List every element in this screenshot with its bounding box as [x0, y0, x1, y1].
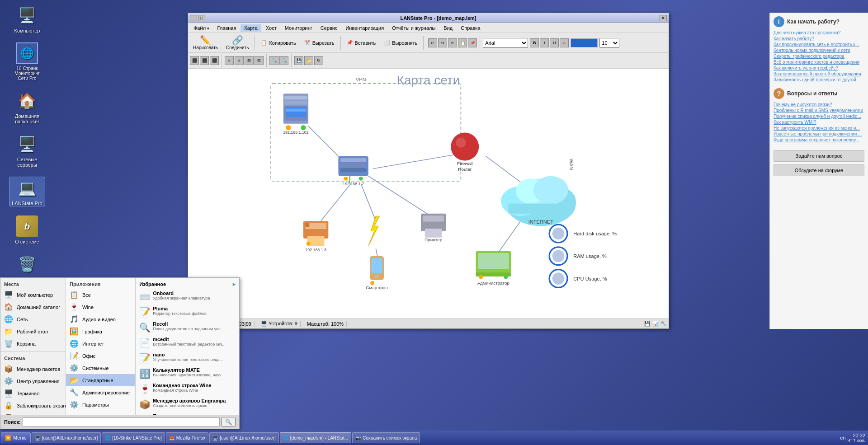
lang-indicator[interactable]: en	[840, 435, 845, 440]
menu-view[interactable]: Вид	[440, 24, 456, 32]
map-area[interactable]: Карта сети VPN WAN	[188, 69, 669, 319]
menu-home[interactable]: Главная	[214, 24, 240, 32]
open-button[interactable]: 📂	[304, 56, 313, 65]
qa-link-3[interactable]: Как настроить WMI?	[774, 119, 864, 125]
desktop-icon-lanstate-pro[interactable]: 💻 LANState Pro	[9, 177, 45, 206]
app-onboard[interactable]: ⌨️ Onboard Удобная экранная клавиатура	[136, 289, 239, 304]
align-button[interactable]: ⬜ Выровнять	[381, 38, 420, 47]
search-input[interactable]	[23, 417, 220, 426]
desktop-icon-computer[interactable]: 🖥️ Компьютер	[9, 5, 45, 33]
draw-button[interactable]: ✏️ Нарисовать	[190, 34, 221, 52]
places-computer[interactable]: 🖥️ Мой компьютер	[0, 289, 66, 301]
cat-system[interactable]: ⚙️ Системные	[66, 362, 135, 374]
menu-service[interactable]: Сервис	[317, 24, 341, 32]
favorites-arrow[interactable]: ➤	[232, 282, 236, 287]
bold-button[interactable]: B	[530, 38, 539, 47]
desktop-icon-home[interactable]: 🏠 Домашняя папка user	[9, 90, 45, 124]
forum-button[interactable]: Обсудите на форуме	[774, 164, 864, 176]
cat-all[interactable]: 📋 Все	[66, 289, 135, 301]
help-link-7[interactable]: Запланированный простой оборудования	[774, 71, 864, 77]
maximize-button[interactable]: □	[198, 15, 205, 21]
start-button[interactable]: 🔽 Меню	[1, 432, 31, 443]
help-link-0[interactable]: Для чего нужна эта программа?	[774, 30, 864, 36]
places-home[interactable]: 🏠 Домашний каталог	[0, 301, 66, 313]
undo-button[interactable]: ↩	[428, 38, 437, 47]
cat-internet[interactable]: 🌐 Интернет	[66, 337, 135, 350]
close-button[interactable]: ✕	[660, 15, 667, 21]
node-printer2[interactable]: Принтер	[421, 214, 446, 242]
system-lock[interactable]: 🔒 Заблокировать экран	[0, 399, 66, 412]
redo-button[interactable]: ↪	[438, 38, 447, 47]
node-smartphone[interactable]: Смартфон	[366, 256, 388, 290]
snap-button[interactable]: ⊟	[255, 56, 264, 65]
help-link-2[interactable]: Как просканировать сеть и построить к...	[774, 42, 864, 47]
font-size-selector[interactable]: 10	[599, 38, 619, 48]
qa-link-6[interactable]: Куда программа сохраняет накопленну...	[774, 137, 864, 143]
system-terminal[interactable]: 🖥️ Терминал	[0, 387, 66, 399]
underline-button[interactable]: U	[550, 38, 559, 47]
qa-link-0[interactable]: Почему не рисуются связи?	[774, 102, 864, 108]
taskbar-btn-3[interactable]: 🖥️ [user@AltLinux:/home/user]	[209, 432, 279, 443]
ask-question-button[interactable]: Задайте нам вопрос	[774, 150, 864, 162]
help-link-1[interactable]: Как начать работу?	[774, 36, 864, 42]
grid-button[interactable]: ⊞	[245, 56, 254, 65]
taskbar-btn-0[interactable]: 🖥️ [user@AltLinux:/home/user]	[32, 432, 101, 443]
node-internet[interactable]: INTERNET	[501, 176, 576, 226]
search-button[interactable]: 🔍	[222, 417, 236, 427]
places-desktop[interactable]: 📁 Рабочий стол	[0, 325, 66, 337]
places-network[interactable]: 🌐 Сеть	[0, 313, 66, 325]
cat-standard[interactable]: 📂 Стандартные	[66, 374, 135, 386]
list-button[interactable]: ≡	[225, 56, 234, 65]
places-trash[interactable]: 🗑️ Корзина	[0, 337, 66, 350]
desktop-icon-lanstate[interactable]: 🌐 10-Страйк Мониторинг Сети Pro	[9, 42, 45, 81]
app-mcedit[interactable]: 📄 mcedit Встроенный текстовый редактор G…	[136, 335, 239, 350]
system-control-center[interactable]: ⚙️ Центр управления	[0, 375, 66, 387]
font-selector[interactable]: Arial	[483, 38, 528, 48]
cat-office[interactable]: 📝 Офис	[66, 350, 135, 362]
zoom-out-button[interactable]: 🔍	[269, 56, 278, 65]
node-printer1[interactable]: 192.168.1.3	[303, 221, 328, 252]
app-pluma[interactable]: 📝 Pluma Редактор текстовых файлов	[136, 304, 239, 319]
cat-av[interactable]: 🎵 Аудио и видео	[66, 313, 135, 325]
desktop-icon-net-servers[interactable]: 🖥️ Сетевые серверы	[9, 133, 45, 168]
color-picker[interactable]	[571, 38, 598, 47]
align-left-button[interactable]: ⬛	[190, 56, 199, 65]
cat-admin[interactable]: 🔧 Администрирование	[66, 386, 135, 398]
align-center-button[interactable]: ⬛	[200, 56, 209, 65]
scissors-button[interactable]: ✂	[448, 38, 457, 47]
copy2-button[interactable]: 📋	[458, 38, 467, 47]
app-nano[interactable]: 📝 nano Улучшенная копия текстового реда.…	[136, 350, 239, 365]
help-link-5[interactable]: Всё о мониторинге хостов и оповещении	[774, 59, 864, 65]
list2-button[interactable]: ≡	[235, 56, 244, 65]
app-recoll[interactable]: 🔍 Recoll Поиск документов по заданным ус…	[136, 319, 239, 335]
cat-settings[interactable]: ⚙️ Параметры	[66, 398, 135, 411]
help-link-6[interactable]: Как включить web-интерфейс?	[774, 65, 864, 71]
menu-map[interactable]: Карта	[241, 24, 261, 32]
minimize-button[interactable]: _	[190, 15, 197, 21]
italic-button[interactable]: I	[540, 38, 549, 47]
help-link-8[interactable]: Зависимость одной проверки от другой	[774, 77, 864, 83]
paste-button[interactable]: 📌 Вставить	[344, 38, 379, 47]
refresh-button[interactable]: ↻	[314, 56, 323, 65]
qa-link-5[interactable]: Известные проблемы при подключении ...	[774, 131, 864, 137]
color-button[interactable]: A	[560, 38, 569, 47]
node-admin[interactable]: Администратор	[476, 251, 511, 286]
taskbar-btn-5[interactable]: 📷 Сохранить снимок экрана	[352, 432, 420, 443]
zoom-in-button[interactable]: 🔍	[279, 56, 288, 65]
qa-link-1[interactable]: Проблемы с E-mail и SMS-уведомлениями	[774, 108, 864, 113]
app-wine-cmd[interactable]: 🍷 Командная строка Wine Командная строка…	[136, 381, 239, 396]
align-right-button[interactable]: ⬛	[210, 56, 219, 65]
menu-reports[interactable]: Отчёты и журналы	[388, 24, 439, 32]
menu-help[interactable]: Справка	[457, 24, 484, 32]
cut-button[interactable]: ✂️ Вырезать	[301, 38, 338, 47]
taskbar-btn-2[interactable]: 🦊 Mozilla Firefox	[166, 432, 208, 443]
help-link-4[interactable]: Секреты графического редактора	[774, 53, 864, 59]
taskbar-btn-4[interactable]: 🌐 [demo_map.lsm] - LANStat...	[280, 432, 351, 443]
app-archive[interactable]: 📦 Менеджер архивов Engrampa Создать или …	[136, 396, 239, 412]
connect-button[interactable]: 🔗 Соединить	[223, 34, 252, 52]
menu-host[interactable]: Хост	[262, 24, 280, 32]
node-switch[interactable]: 192.168.1.2	[338, 156, 368, 186]
desktop-icon-about[interactable]: b О системе	[9, 215, 45, 244]
app-calc[interactable]: 🔢 Калькулятор MATE Вычисления: арифметич…	[136, 365, 239, 381]
system-packages[interactable]: 📦 Менеджер пакетов	[0, 363, 66, 375]
